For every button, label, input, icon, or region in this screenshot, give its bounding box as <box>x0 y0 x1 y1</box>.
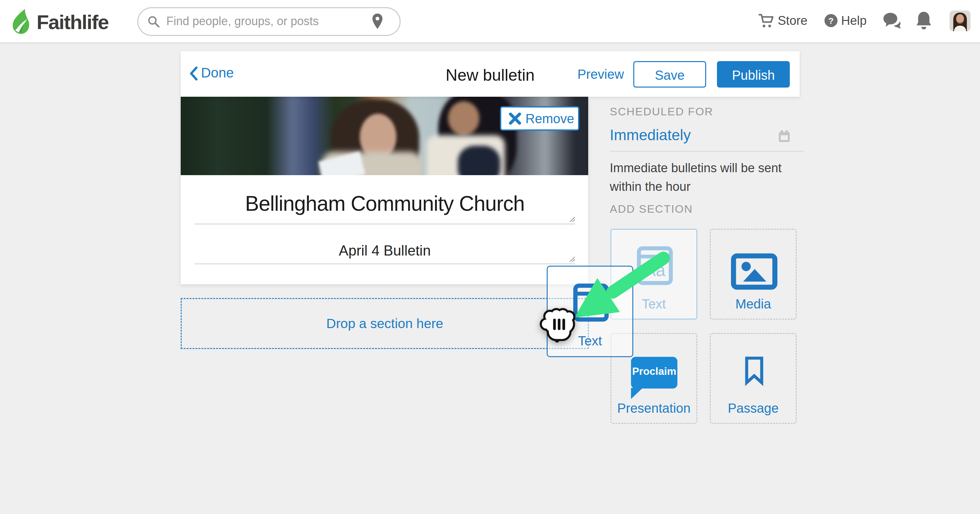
tile-label: Presentation <box>611 401 696 415</box>
help-icon: ? <box>824 13 838 28</box>
remove-label: Remove <box>525 111 574 126</box>
svg-text:Aa: Aa <box>644 261 666 280</box>
avatar-photo <box>950 10 970 31</box>
add-section-tile-media[interactable]: Media <box>710 229 797 320</box>
bulletin-subtitle-input[interactable]: April 4 Bulletin <box>194 240 575 264</box>
tile-label: Media <box>711 297 796 312</box>
bulletin-card: Remove Bellingham Community Church April… <box>181 97 588 284</box>
x-remove-icon <box>509 112 522 125</box>
notifications-bell-icon[interactable] <box>916 10 932 31</box>
proclaim-logo-tail <box>631 388 643 399</box>
scheduled-for-heading: SCHEDULED FOR <box>610 105 713 118</box>
search-icon <box>147 15 161 29</box>
svg-text:?: ? <box>828 16 834 26</box>
bulletin-title-value: Bellingham Community Church <box>194 191 575 216</box>
global-search <box>137 7 401 36</box>
store-label: Store <box>778 14 807 28</box>
faithlife-leaf-icon <box>10 8 33 34</box>
search-input[interactable] <box>165 10 356 32</box>
calendar-icon[interactable] <box>778 129 791 143</box>
messages-icon[interactable] <box>882 11 902 31</box>
add-section-tile-passage[interactable]: Passage <box>710 333 797 424</box>
faithlife-logo[interactable]: Faithlife <box>10 8 140 35</box>
bulletin-subtitle-value: April 4 Bulletin <box>194 242 575 259</box>
resize-grip-icon[interactable] <box>568 255 576 263</box>
help-label: Help <box>841 14 867 28</box>
add-section-heading: ADD SECTION <box>610 202 693 215</box>
brand-wordmark: Faithlife <box>37 10 108 33</box>
page-title: New bulletin <box>181 66 800 84</box>
svg-text:Aa: Aa <box>581 298 601 316</box>
preview-button[interactable]: Preview <box>578 67 624 82</box>
panel-divider <box>610 151 804 152</box>
cart-icon <box>757 13 775 29</box>
store-nav-item[interactable]: Store <box>757 12 813 31</box>
section-drop-zone[interactable]: Drop a section here <box>181 298 589 349</box>
schedule-note: Immediate bulletins will be sent within … <box>610 159 803 196</box>
hero-art-layer <box>458 146 500 175</box>
text-section-icon: Aa <box>636 246 673 285</box>
bulletin-editor-header: Done New bulletin Preview Save Publish <box>181 51 800 97</box>
faithlife-app: Faithlife Store ? <box>0 0 980 514</box>
location-pin-icon[interactable] <box>372 13 383 30</box>
schedule-value-link[interactable]: Immediately <box>610 126 691 144</box>
bulletin-header-image: Remove <box>181 97 588 175</box>
user-avatar[interactable] <box>950 10 970 31</box>
publish-button[interactable]: Publish <box>717 61 790 88</box>
resize-grip-icon[interactable] <box>568 215 576 223</box>
drop-zone-label: Drop a section here <box>182 316 588 331</box>
save-button[interactable]: Save <box>633 61 706 88</box>
remove-image-button[interactable]: Remove <box>500 106 579 131</box>
grabbing-hand-cursor <box>539 305 580 345</box>
bulletin-title-input[interactable]: Bellingham Community Church <box>194 186 575 224</box>
help-nav-item[interactable]: ? Help <box>824 12 869 31</box>
bookmark-icon <box>744 351 765 390</box>
top-nav-bar: Faithlife Store ? <box>0 0 980 43</box>
proclaim-logo-text: Proclaim <box>631 365 678 377</box>
tile-label: Passage <box>711 401 796 415</box>
hero-art-layer <box>448 101 479 135</box>
proclaim-logo: Proclaim <box>631 357 678 388</box>
media-section-icon <box>731 253 777 290</box>
